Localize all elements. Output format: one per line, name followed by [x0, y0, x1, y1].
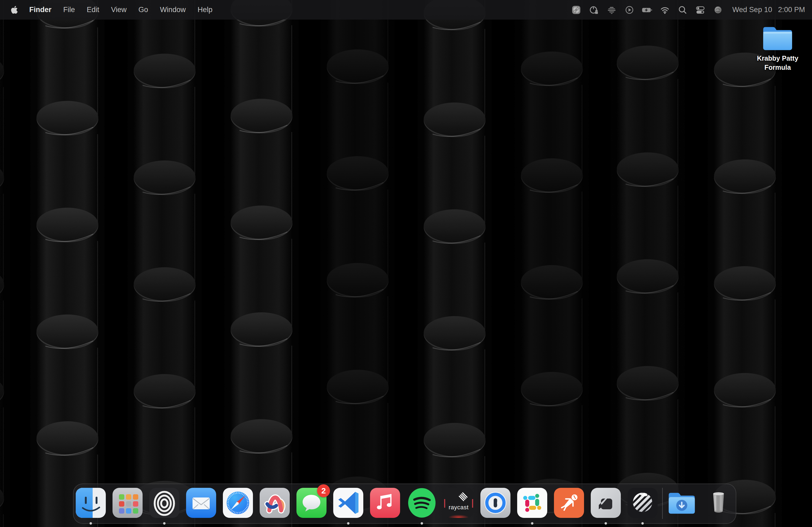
desktop-folder-krabby-patty-formula[interactable]: Krabby Patty Formula	[751, 25, 804, 72]
notification-badge: 2	[317, 484, 330, 497]
apple-menu[interactable]	[7, 5, 23, 14]
menu-view[interactable]: View	[105, 0, 133, 19]
menu-help[interactable]: Help	[192, 0, 219, 19]
dock-item-spotify[interactable]	[407, 488, 437, 518]
menu-window[interactable]: Window	[154, 0, 192, 19]
vscode-icon	[333, 488, 363, 518]
dock-item-launchpad[interactable]	[113, 488, 143, 518]
folder-label: Krabby Patty Formula	[752, 54, 803, 72]
dia-icon	[591, 488, 621, 518]
downloads-folder-icon	[667, 491, 697, 515]
safari-icon	[223, 488, 253, 518]
dock-item-vscode[interactable]	[333, 488, 363, 518]
dock-item-finder[interactable]	[76, 488, 106, 518]
dock-item-raycast[interactable]: raycast	[444, 488, 474, 518]
running-indicator	[347, 522, 350, 525]
dock-item-postman[interactable]	[554, 488, 584, 518]
app-menus: Finder File Edit View Go Window Help	[7, 0, 218, 19]
menu-bar: Finder File Edit View Go Window Help	[0, 0, 812, 19]
concentric-circles-icon	[149, 488, 179, 518]
dock-item-mail[interactable]	[186, 488, 216, 518]
arc-browser-icon	[260, 488, 290, 518]
clock-date: Wed Sep 10	[732, 6, 772, 14]
now-playing-icon[interactable]	[624, 4, 635, 16]
timer-lock-icon[interactable]	[588, 4, 600, 16]
striped-diamond-icon[interactable]	[606, 4, 618, 16]
1password-icon	[480, 488, 510, 518]
slack-icon	[517, 488, 547, 518]
desktop-wallpaper	[0, 0, 812, 527]
sunburst-icon[interactable]	[570, 4, 582, 16]
assistant-circle-icon[interactable]	[712, 4, 724, 16]
postman-icon	[554, 488, 584, 518]
menu-finder[interactable]: Finder	[23, 0, 57, 19]
control-center-icon[interactable]	[694, 4, 706, 16]
running-indicator	[90, 522, 92, 525]
dock-item-safari[interactable]	[223, 488, 253, 518]
folder-icon	[761, 25, 794, 51]
mail-icon	[186, 488, 216, 518]
battery-charging-icon[interactable]	[641, 4, 653, 16]
clock-time: 2:00 PM	[778, 6, 805, 14]
running-indicator	[531, 522, 534, 525]
dock-divider	[662, 488, 663, 519]
finder-icon	[76, 488, 106, 518]
dock-item-trash[interactable]	[704, 488, 734, 518]
running-indicator	[163, 522, 166, 525]
spotlight-search-icon[interactable]	[677, 4, 688, 16]
raycast-label: raycast	[444, 504, 474, 511]
linear-icon	[627, 488, 657, 518]
dock-item-messages[interactable]: 2	[296, 488, 327, 518]
menu-clock[interactable]: Wed Sep 10 2:00 PM	[732, 6, 805, 14]
dock-item-arc-browser[interactable]	[260, 488, 290, 518]
running-indicator	[605, 522, 607, 525]
dock-item-dia[interactable]	[591, 488, 621, 518]
status-area: Wed Sep 10 2:00 PM	[567, 4, 805, 16]
dock: 2	[73, 483, 736, 524]
running-indicator	[641, 522, 644, 525]
dock-item-1password[interactable]	[480, 488, 510, 518]
spotify-icon	[407, 488, 437, 518]
menu-edit[interactable]: Edit	[81, 0, 105, 19]
menu-go[interactable]: Go	[133, 0, 154, 19]
apple-icon	[11, 5, 18, 14]
dock-item-apple-music[interactable]	[370, 488, 400, 518]
trash-icon	[704, 488, 734, 518]
dock-item-downloads-folder[interactable]	[667, 488, 697, 518]
apple-music-icon	[370, 488, 400, 518]
raycast-icon	[444, 488, 474, 518]
dock-item-linear[interactable]	[627, 488, 657, 518]
menu-file[interactable]: File	[57, 0, 81, 19]
dock-item-concentric-circles-app[interactable]	[149, 488, 179, 518]
dock-item-slack[interactable]	[517, 488, 547, 518]
launchpad-icon	[113, 488, 143, 518]
running-indicator	[421, 522, 423, 525]
wifi-icon[interactable]	[659, 4, 671, 16]
